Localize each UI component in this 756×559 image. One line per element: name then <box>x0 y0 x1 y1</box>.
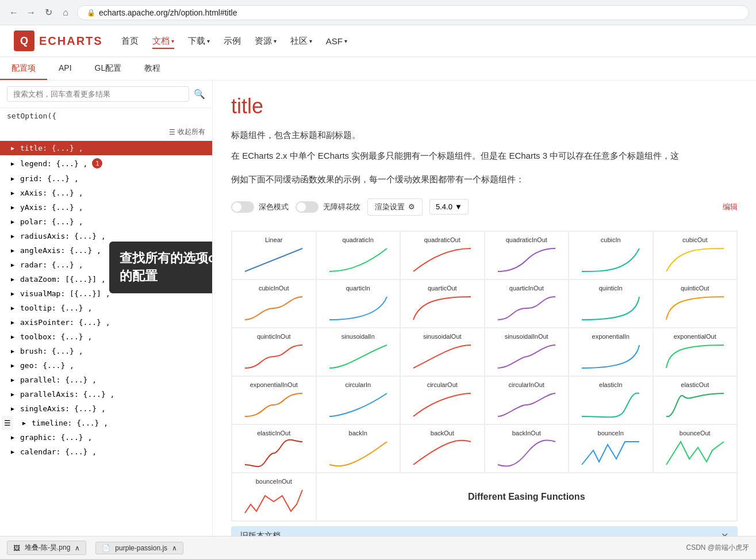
tree-item-label: singleAxis: {...} , <box>20 404 106 413</box>
easing-label: backOut <box>431 430 454 437</box>
sub-nav-tutorial[interactable]: 教程 <box>133 58 172 80</box>
nav-examples[interactable]: 示例 <box>224 33 241 49</box>
tree-item-polar[interactable]: ▶ polar: {...} , <box>0 215 212 229</box>
easing-cell-quadraticinout: quadraticInOut <box>485 231 569 280</box>
easing-cell-circularin: circularIn <box>316 376 401 424</box>
description3: 例如下面不同缓动函数效果的示例，每一个缓动效果图都带有一个标题组件： <box>231 172 738 187</box>
easing-cell-backout: backOut <box>400 424 485 473</box>
tree-item-xaxis[interactable]: ▶ xAxis: {...} , <box>0 186 212 200</box>
tree-item-label: parallelAxis: {...} , <box>20 390 114 399</box>
nav-home[interactable]: 首页 <box>121 33 139 49</box>
nav-asf[interactable]: ASF ▾ <box>326 34 347 48</box>
tree-item-grid[interactable]: ▶ grid: {...} , <box>0 171 212 186</box>
barrier-toggle[interactable] <box>296 201 318 213</box>
arrow-icon: ▶ <box>11 175 18 182</box>
edit-button[interactable]: 编辑 <box>723 202 738 212</box>
tree-item-label: radar: {...} , <box>20 261 83 269</box>
easing-cell-sinusoidalin: sinusoidalIn <box>316 328 401 376</box>
sub-nav: 配置项 API GL配置 教程 <box>0 58 756 81</box>
tree-item-legend[interactable]: ▶ legend: {...} , 1 <box>0 155 212 171</box>
easing-chart <box>408 342 477 371</box>
dark-mode-toggle[interactable] <box>231 201 254 213</box>
tree-item-geo[interactable]: ▶ geo: {...} , <box>0 358 212 373</box>
render-settings-button[interactable]: 渲染设置 ⚙ <box>367 198 423 216</box>
easing-chart <box>576 294 645 323</box>
tree-item-brush[interactable]: ▶ brush: {...} , <box>0 344 212 358</box>
easing-label: elasticIn <box>599 381 622 388</box>
tree-item-label: title: {...} , <box>20 144 83 152</box>
toggle-thumb <box>297 202 306 212</box>
easing-cell-elasticin: elasticIn <box>569 376 653 424</box>
sub-nav-gl[interactable]: GL配置 <box>83 58 133 80</box>
easing-cell-cubicin: cubicIn <box>569 231 653 280</box>
address-bar[interactable]: 🔒 echarts.apache.org/zh/option.html#titl… <box>77 5 749 20</box>
tree-item-yaxis[interactable]: ▶ yAxis: {...} , <box>0 200 212 215</box>
tree-item-singleaxis[interactable]: ▶ singleAxis: {...} , <box>0 401 212 416</box>
search-button[interactable]: 🔍 <box>194 89 205 99</box>
easing-label: quadraticOut <box>424 236 460 243</box>
easing-label: elasticOut <box>681 381 709 388</box>
tree-item-calendar[interactable]: ▶ calendar: {...} , <box>0 445 212 459</box>
set-option-label: setOption({ <box>0 108 212 124</box>
tree-item-axispointer[interactable]: ▶ axisPointer: {...} , <box>0 315 212 330</box>
easing-label: circularInOut <box>509 381 544 388</box>
tree-item-toolbox[interactable]: ▶ toolbox: {...} , <box>0 330 212 344</box>
version-selector[interactable]: 5.4.0 ▼ <box>429 199 469 215</box>
back-button[interactable]: ← <box>7 6 21 20</box>
tree-item-timeline[interactable]: ☰ ▶ timeline: {...} , <box>0 416 212 430</box>
sub-nav-config[interactable]: 配置项 <box>0 58 47 80</box>
tree-item-label: visualMap: [{...}] , <box>20 289 110 298</box>
tree-item-tooltip[interactable]: ▶ tooltip: {...} , <box>0 301 212 315</box>
tree-item-title[interactable]: ▶ title: {...} , <box>0 141 212 155</box>
nav-community[interactable]: 社区 ▾ <box>290 33 312 49</box>
taskbar-credit: CSDN @前端小虎牙 <box>686 543 749 553</box>
nav-asf-label: ASF <box>326 36 343 46</box>
easing-label: cubicIn <box>601 236 621 243</box>
nav-resources[interactable]: 资源 ▾ <box>255 33 277 49</box>
arrow-icon: ▶ <box>11 145 18 151</box>
tree-item-label: grid: {...} , <box>20 174 79 183</box>
refresh-button[interactable]: ↻ <box>41 6 55 20</box>
tree-item-label: radiusAxis: {...} , <box>20 232 106 240</box>
easing-chart <box>576 246 645 274</box>
image-icon: 🖼 <box>13 544 20 552</box>
tree-item-parallelaxis[interactable]: ▶ parallelAxis: {...} , <box>0 387 212 401</box>
search-input[interactable] <box>7 86 189 102</box>
sub-nav-api[interactable]: API <box>47 58 83 80</box>
easing-chart <box>239 246 308 274</box>
hamburger-icon: ☰ <box>2 416 13 430</box>
easing-label: quarticIn <box>346 285 370 292</box>
easing-cell-quarticin: quarticIn <box>316 280 401 328</box>
collapse-all-button[interactable]: ☰ 收起所有 <box>0 124 212 141</box>
tree-item-graphic[interactable]: ▶ graphic: {...} , <box>0 430 212 445</box>
easing-chart <box>492 390 561 419</box>
easing-chart <box>576 390 645 419</box>
nav-home-label: 首页 <box>121 36 139 47</box>
easing-cell-sinusoidalinout: sinusoidalInOut <box>485 328 569 376</box>
barrier-label: 无障碍花纹 <box>323 202 360 212</box>
easing-label: backInOut <box>512 430 541 437</box>
easing-label: quinticInOut <box>257 333 291 340</box>
easing-label: Linear <box>265 236 283 243</box>
easing-chart <box>239 439 308 468</box>
tree-item-label: graphic: {...} , <box>20 433 92 442</box>
taskbar-item-js[interactable]: 📄 purple-passion.js ∧ <box>95 542 183 554</box>
tree-item-parallel[interactable]: ▶ parallel: {...} , <box>0 373 212 387</box>
easing-grid: Linear quadraticIn quadraticOut quadrati… <box>231 231 738 522</box>
description2: 在 ECharts 2.x 中单个 ECharts 实例最多只能拥有一个标题组件… <box>231 148 738 163</box>
taskbar: 🖼 堆叠-陈-昊.png ∧ 📄 purple-passion.js ∧ CSD… <box>0 536 756 559</box>
site-header: Q ECHARTS 首页 文档 ▾ 下载 ▾ 示例 资源 ▾ 社区 ▾ ASF … <box>0 25 756 58</box>
tree-item-label: yAxis: {...} , <box>20 203 83 212</box>
forward-button[interactable]: → <box>24 6 38 20</box>
easing-cell-bounceout: bounceOut <box>653 424 738 473</box>
render-label: 渲染设置 <box>375 202 405 212</box>
logo-icon: Q <box>14 30 34 51</box>
description1: 标题组件，包含主标题和副标题。 <box>231 128 738 143</box>
nav-docs[interactable]: 文档 ▾ <box>152 33 174 49</box>
easing-chart <box>324 439 393 468</box>
easing-label: sinusoidalIn <box>341 333 375 340</box>
taskbar-item-image[interactable]: 🖼 堆叠-陈-昊.png ∧ <box>7 541 86 555</box>
home-button[interactable]: ⌂ <box>59 6 72 20</box>
nav-download[interactable]: 下载 ▾ <box>188 33 210 49</box>
easing-label: backIn <box>349 430 367 437</box>
